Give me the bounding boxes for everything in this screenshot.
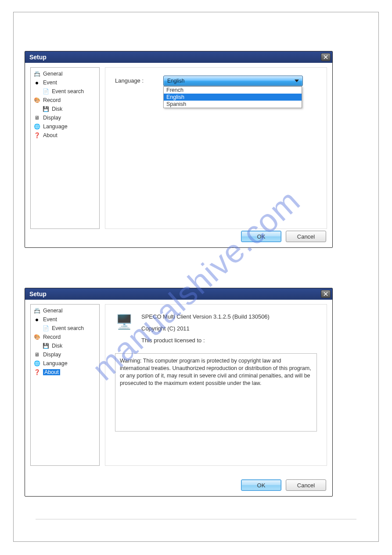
tree-item-event[interactable]: Event — [32, 315, 97, 324]
record-icon — [33, 334, 40, 341]
tree-item-record[interactable]: Record — [32, 333, 97, 341]
close-button[interactable] — [321, 290, 331, 298]
language-icon — [33, 360, 40, 367]
about-warning-box: Warning: This computer program is protec… — [115, 353, 317, 432]
event-icon — [33, 316, 40, 323]
event-search-icon — [42, 88, 49, 95]
tree-item-display[interactable]: Display — [32, 113, 97, 122]
ok-button[interactable]: OK — [241, 231, 281, 242]
tree-item-event-search[interactable]: Event search — [32, 324, 97, 333]
settings-tree: General Event Event search Record Disk D… — [30, 304, 100, 466]
settings-tree: General Event Event search Record Disk D… — [30, 67, 100, 229]
event-icon — [33, 79, 40, 86]
tree-item-language[interactable]: Language — [32, 359, 97, 368]
tree-item-about[interactable]: About — [32, 131, 97, 140]
close-icon — [324, 292, 328, 296]
dialog-title: Setup — [29, 290, 47, 297]
tree-item-event-search[interactable]: Event search — [32, 87, 97, 96]
content-panel: Language : English French English Spanis… — [105, 67, 327, 229]
record-icon — [33, 97, 40, 104]
language-label: Language : — [115, 76, 150, 84]
disk-icon — [42, 105, 49, 112]
language-combobox[interactable]: English — [163, 76, 303, 86]
language-option-english[interactable]: English — [164, 94, 302, 101]
display-icon — [33, 351, 40, 358]
cancel-button[interactable]: Cancel — [286, 479, 326, 491]
content-panel: 🖥️ SPECO Multi Client Version 3.1.2.5 (B… — [105, 304, 327, 466]
computer-icon: 🖥️ — [115, 312, 133, 331]
about-version-text: SPECO Multi Client Version 3.1.2.5 (Buil… — [141, 313, 270, 320]
language-option-spanish[interactable]: Spanish — [164, 101, 302, 108]
chevron-down-icon — [295, 80, 299, 82]
close-button[interactable] — [321, 53, 331, 61]
tree-item-display[interactable]: Display — [32, 350, 97, 359]
tree-item-event[interactable]: Event — [32, 78, 97, 87]
general-icon — [33, 70, 40, 77]
tree-item-language[interactable]: Language — [32, 122, 97, 131]
about-icon — [33, 132, 40, 139]
about-icon — [33, 369, 40, 376]
close-icon — [324, 55, 328, 59]
tree-item-record[interactable]: Record — [32, 96, 97, 105]
language-selected-value: English — [167, 78, 184, 84]
about-licensed-text: This product licensed to : — [141, 337, 270, 344]
cancel-button[interactable]: Cancel — [286, 231, 326, 242]
titlebar: Setup — [25, 288, 332, 300]
dialog-title: Setup — [29, 54, 47, 61]
language-dropdown-list: French English Spanish — [163, 86, 302, 108]
language-icon — [33, 123, 40, 130]
setup-dialog-language: Setup General Event Event search Record … — [25, 51, 333, 248]
disk-icon — [42, 342, 49, 349]
general-icon — [33, 307, 40, 314]
page-divider — [36, 519, 356, 519]
tree-item-general[interactable]: General — [32, 69, 97, 78]
tree-item-disk[interactable]: Disk — [32, 105, 97, 113]
tree-item-general[interactable]: General — [32, 306, 97, 315]
setup-dialog-about: Setup General Event Event search Record … — [25, 288, 333, 497]
tree-item-about[interactable]: About — [32, 368, 97, 377]
ok-button[interactable]: OK — [241, 479, 281, 491]
about-copyright-text: Copyright (C) 2011 — [141, 325, 270, 332]
titlebar: Setup — [25, 51, 332, 63]
display-icon — [33, 114, 40, 121]
event-search-icon — [42, 325, 49, 332]
language-option-french[interactable]: French — [164, 87, 302, 94]
tree-item-disk[interactable]: Disk — [32, 341, 97, 350]
